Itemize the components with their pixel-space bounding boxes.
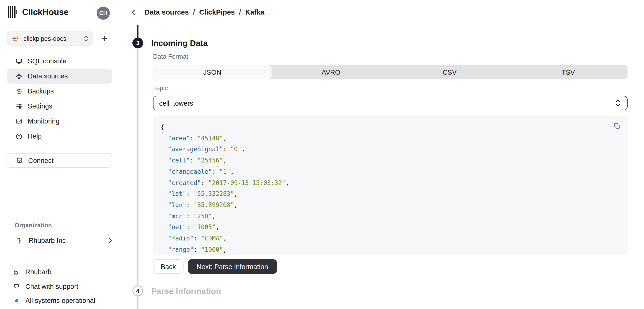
footer-item-all-systems-operational[interactable]: All systems operational bbox=[6, 293, 112, 308]
updown-chevron-icon bbox=[84, 36, 88, 42]
footer-item-label: All systems operational bbox=[25, 297, 95, 304]
sidebar-item-label: Backups bbox=[28, 87, 54, 95]
sidebar-item-backups[interactable]: Backups bbox=[6, 84, 112, 99]
add-service-button[interactable]: + bbox=[98, 33, 111, 45]
back-button[interactable]: Back bbox=[153, 259, 184, 274]
sidebar-divider bbox=[0, 258, 117, 258]
data-format-label: Data Format bbox=[153, 53, 188, 60]
code-line: "cell": "25456", bbox=[160, 155, 609, 166]
topic-select-value: cell_towers bbox=[159, 99, 615, 107]
next-parse-information-button[interactable]: Next: Parse Information bbox=[188, 259, 277, 274]
sidebar-nav: SQL console Data sources Backups Setting… bbox=[6, 54, 112, 144]
app-window: ClickHouse CH aws clickpipes-docs + SQL … bbox=[0, 0, 644, 309]
org-switcher[interactable]: Rhubarb Inc bbox=[6, 233, 112, 248]
status-dot bbox=[15, 299, 18, 302]
service-selector-value: clickpipes-docs bbox=[24, 35, 84, 42]
app-title: ClickHouse bbox=[22, 7, 68, 17]
code-line: "net": "1005", bbox=[160, 222, 609, 233]
code-line: "averageSignal": "0", bbox=[160, 144, 609, 155]
updown-chevron-icon bbox=[615, 100, 620, 107]
copy-button[interactable] bbox=[612, 122, 621, 130]
step-4-title: Parse Information bbox=[151, 286, 221, 296]
settings-icon bbox=[16, 103, 22, 110]
help-icon bbox=[16, 133, 22, 140]
format-tab-avro[interactable]: AVRO bbox=[272, 65, 390, 79]
sidebar-item-settings[interactable]: Settings bbox=[6, 99, 112, 114]
sidebar-item-monitoring[interactable]: Monitoring bbox=[6, 114, 112, 129]
monitoring-icon bbox=[16, 118, 22, 125]
connect-button[interactable]: Connect bbox=[6, 153, 112, 168]
sidebar-item-data-sources[interactable]: Data sources bbox=[6, 69, 112, 84]
json-sample: { "area": "45148", "averageSignal": "0",… bbox=[160, 122, 609, 255]
code-line: "changeable": "1", bbox=[160, 166, 609, 177]
connect-icon bbox=[16, 157, 23, 164]
format-tab-tsv[interactable]: TSV bbox=[509, 65, 628, 79]
building-icon bbox=[16, 237, 22, 244]
sidebar-item-label: Settings bbox=[28, 102, 52, 110]
breadcrumb-item-kafka[interactable]: Kafka bbox=[245, 8, 264, 16]
format-tab-json[interactable]: JSON bbox=[153, 65, 272, 79]
org-name: Rhubarb Inc bbox=[29, 237, 102, 244]
breadcrumb: Data sources/ClickPipes/Kafka bbox=[144, 8, 264, 16]
sidebar: ClickHouse CH aws clickpipes-docs + SQL … bbox=[0, 0, 117, 309]
data-sources-icon bbox=[16, 73, 22, 80]
org-section-label: Organization bbox=[14, 222, 52, 229]
code-line: "range": "1000", bbox=[160, 244, 609, 255]
sidebar-item-sql-console[interactable]: SQL console bbox=[6, 54, 112, 69]
sidebar-item-label: Data sources bbox=[28, 72, 68, 80]
topic-label: Topic bbox=[153, 85, 168, 92]
service-selector[interactable]: aws clickpipes-docs bbox=[7, 32, 94, 46]
sidebar-item-help[interactable]: Help bbox=[6, 129, 112, 144]
clickhouse-logo-icon bbox=[8, 6, 17, 18]
aws-icon: aws bbox=[12, 36, 19, 41]
connect-label: Connect bbox=[28, 157, 54, 164]
app-logo[interactable]: ClickHouse bbox=[8, 6, 68, 18]
stepper-line bbox=[137, 25, 138, 309]
sidebar-item-label: Help bbox=[28, 132, 42, 140]
sidebar-item-label: SQL console bbox=[28, 57, 66, 65]
footer-item-chat-with-support[interactable]: Chat with support bbox=[6, 279, 112, 293]
breadcrumb-separator: / bbox=[193, 8, 195, 16]
code-line: "mcc": "250", bbox=[160, 211, 609, 222]
breadcrumb-separator: / bbox=[239, 8, 241, 16]
backups-icon bbox=[16, 88, 22, 95]
footer-item-rhubarb[interactable]: Rhubarb bbox=[6, 265, 112, 279]
code-line: "lat": "55.332283", bbox=[160, 188, 609, 199]
chat-icon bbox=[13, 283, 20, 290]
stepper-line-current bbox=[137, 25, 138, 38]
breadcrumb-item-data-sources[interactable]: Data sources bbox=[144, 8, 189, 16]
svg-text:aws: aws bbox=[12, 36, 18, 40]
footer-item-label: Chat with support bbox=[25, 283, 78, 290]
avatar[interactable]: CH bbox=[97, 7, 110, 20]
data-format-tabs: JSONAVROCSVTSV bbox=[153, 65, 628, 79]
format-tab-csv[interactable]: CSV bbox=[390, 65, 509, 79]
sidebar-footer: Rhubarb Chat with support All systems op… bbox=[6, 265, 112, 308]
puzzle-icon bbox=[13, 269, 20, 276]
code-line: "lon": "85.899208", bbox=[160, 200, 609, 211]
step-4-badge: 4 bbox=[132, 285, 143, 296]
message-preview-block: { "area": "45148", "averageSignal": "0",… bbox=[153, 116, 628, 255]
step-3-badge: 3 bbox=[132, 38, 143, 48]
step-3-title: Incoming Data bbox=[151, 39, 208, 48]
chevron-right-icon bbox=[108, 238, 112, 243]
sidebar-item-label: Monitoring bbox=[28, 117, 60, 125]
code-line: { bbox=[160, 122, 609, 133]
topbar: Data sources/ClickPipes/Kafka bbox=[117, 0, 644, 25]
code-line: "radio": "CDMA", bbox=[160, 233, 609, 244]
footer-item-label: Rhubarb bbox=[25, 268, 52, 276]
topic-select[interactable]: cell_towers bbox=[153, 96, 628, 110]
back-chevron-button[interactable] bbox=[132, 10, 135, 16]
breadcrumb-item-clickpipes[interactable]: ClickPipes bbox=[199, 8, 235, 16]
sql-console-icon bbox=[16, 58, 22, 65]
code-line: "area": "45148", bbox=[160, 133, 609, 144]
status-dot bbox=[13, 299, 20, 302]
code-line: "created": "2017-09-13 15:03:32", bbox=[160, 177, 609, 188]
